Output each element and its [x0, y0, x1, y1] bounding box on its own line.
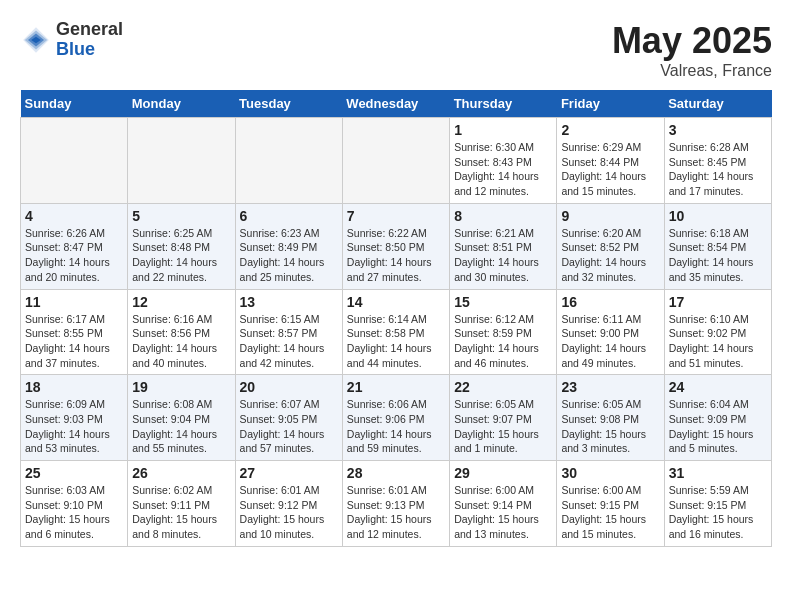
day-info: Sunrise: 6:07 AM Sunset: 9:05 PM Dayligh… — [240, 397, 338, 456]
calendar-cell: 22Sunrise: 6:05 AM Sunset: 9:07 PM Dayli… — [450, 375, 557, 461]
day-number: 21 — [347, 379, 445, 395]
day-number: 28 — [347, 465, 445, 481]
day-info: Sunrise: 6:03 AM Sunset: 9:10 PM Dayligh… — [25, 483, 123, 542]
calendar-cell: 30Sunrise: 6:00 AM Sunset: 9:15 PM Dayli… — [557, 461, 664, 547]
calendar-cell: 11Sunrise: 6:17 AM Sunset: 8:55 PM Dayli… — [21, 289, 128, 375]
day-number: 14 — [347, 294, 445, 310]
day-number: 2 — [561, 122, 659, 138]
calendar-cell: 20Sunrise: 6:07 AM Sunset: 9:05 PM Dayli… — [235, 375, 342, 461]
day-number: 11 — [25, 294, 123, 310]
header-thursday: Thursday — [450, 90, 557, 118]
day-info: Sunrise: 6:28 AM Sunset: 8:45 PM Dayligh… — [669, 140, 767, 199]
calendar-cell: 12Sunrise: 6:16 AM Sunset: 8:56 PM Dayli… — [128, 289, 235, 375]
calendar-cell: 6Sunrise: 6:23 AM Sunset: 8:49 PM Daylig… — [235, 203, 342, 289]
day-number: 24 — [669, 379, 767, 395]
calendar-cell: 9Sunrise: 6:20 AM Sunset: 8:52 PM Daylig… — [557, 203, 664, 289]
header-friday: Friday — [557, 90, 664, 118]
header-monday: Monday — [128, 90, 235, 118]
calendar-cell — [21, 118, 128, 204]
calendar-cell — [128, 118, 235, 204]
day-number: 4 — [25, 208, 123, 224]
day-number: 3 — [669, 122, 767, 138]
day-info: Sunrise: 6:12 AM Sunset: 8:59 PM Dayligh… — [454, 312, 552, 371]
day-number: 17 — [669, 294, 767, 310]
day-info: Sunrise: 6:01 AM Sunset: 9:13 PM Dayligh… — [347, 483, 445, 542]
day-info: Sunrise: 6:20 AM Sunset: 8:52 PM Dayligh… — [561, 226, 659, 285]
calendar-cell: 1Sunrise: 6:30 AM Sunset: 8:43 PM Daylig… — [450, 118, 557, 204]
calendar-cell — [342, 118, 449, 204]
week-row-1: 4Sunrise: 6:26 AM Sunset: 8:47 PM Daylig… — [21, 203, 772, 289]
day-info: Sunrise: 6:30 AM Sunset: 8:43 PM Dayligh… — [454, 140, 552, 199]
calendar-table: SundayMondayTuesdayWednesdayThursdayFrid… — [20, 90, 772, 547]
day-info: Sunrise: 6:21 AM Sunset: 8:51 PM Dayligh… — [454, 226, 552, 285]
header-tuesday: Tuesday — [235, 90, 342, 118]
day-number: 12 — [132, 294, 230, 310]
day-info: Sunrise: 6:08 AM Sunset: 9:04 PM Dayligh… — [132, 397, 230, 456]
header-saturday: Saturday — [664, 90, 771, 118]
calendar-cell: 7Sunrise: 6:22 AM Sunset: 8:50 PM Daylig… — [342, 203, 449, 289]
day-number: 26 — [132, 465, 230, 481]
day-number: 15 — [454, 294, 552, 310]
day-number: 9 — [561, 208, 659, 224]
day-number: 29 — [454, 465, 552, 481]
day-info: Sunrise: 6:09 AM Sunset: 9:03 PM Dayligh… — [25, 397, 123, 456]
day-number: 1 — [454, 122, 552, 138]
logo: General Blue — [20, 20, 123, 60]
day-number: 6 — [240, 208, 338, 224]
day-info: Sunrise: 5:59 AM Sunset: 9:15 PM Dayligh… — [669, 483, 767, 542]
logo-icon — [20, 24, 52, 56]
day-number: 8 — [454, 208, 552, 224]
calendar-cell: 29Sunrise: 6:00 AM Sunset: 9:14 PM Dayli… — [450, 461, 557, 547]
calendar-cell: 8Sunrise: 6:21 AM Sunset: 8:51 PM Daylig… — [450, 203, 557, 289]
calendar-cell: 2Sunrise: 6:29 AM Sunset: 8:44 PM Daylig… — [557, 118, 664, 204]
day-info: Sunrise: 6:14 AM Sunset: 8:58 PM Dayligh… — [347, 312, 445, 371]
calendar-cell: 31Sunrise: 5:59 AM Sunset: 9:15 PM Dayli… — [664, 461, 771, 547]
page-header: General Blue May 2025 Valreas, France — [20, 20, 772, 80]
calendar-cell: 25Sunrise: 6:03 AM Sunset: 9:10 PM Dayli… — [21, 461, 128, 547]
day-info: Sunrise: 6:10 AM Sunset: 9:02 PM Dayligh… — [669, 312, 767, 371]
calendar-cell: 23Sunrise: 6:05 AM Sunset: 9:08 PM Dayli… — [557, 375, 664, 461]
day-number: 22 — [454, 379, 552, 395]
logo-text: General Blue — [56, 20, 123, 60]
day-info: Sunrise: 6:05 AM Sunset: 9:08 PM Dayligh… — [561, 397, 659, 456]
day-number: 7 — [347, 208, 445, 224]
day-number: 18 — [25, 379, 123, 395]
day-info: Sunrise: 6:26 AM Sunset: 8:47 PM Dayligh… — [25, 226, 123, 285]
calendar-cell: 27Sunrise: 6:01 AM Sunset: 9:12 PM Dayli… — [235, 461, 342, 547]
title-block: May 2025 Valreas, France — [612, 20, 772, 80]
day-info: Sunrise: 6:00 AM Sunset: 9:14 PM Dayligh… — [454, 483, 552, 542]
calendar-cell: 16Sunrise: 6:11 AM Sunset: 9:00 PM Dayli… — [557, 289, 664, 375]
day-info: Sunrise: 6:02 AM Sunset: 9:11 PM Dayligh… — [132, 483, 230, 542]
calendar-cell: 14Sunrise: 6:14 AM Sunset: 8:58 PM Dayli… — [342, 289, 449, 375]
day-info: Sunrise: 6:17 AM Sunset: 8:55 PM Dayligh… — [25, 312, 123, 371]
day-info: Sunrise: 6:05 AM Sunset: 9:07 PM Dayligh… — [454, 397, 552, 456]
calendar-cell: 3Sunrise: 6:28 AM Sunset: 8:45 PM Daylig… — [664, 118, 771, 204]
week-row-0: 1Sunrise: 6:30 AM Sunset: 8:43 PM Daylig… — [21, 118, 772, 204]
calendar-cell: 26Sunrise: 6:02 AM Sunset: 9:11 PM Dayli… — [128, 461, 235, 547]
day-number: 19 — [132, 379, 230, 395]
week-row-2: 11Sunrise: 6:17 AM Sunset: 8:55 PM Dayli… — [21, 289, 772, 375]
day-info: Sunrise: 6:04 AM Sunset: 9:09 PM Dayligh… — [669, 397, 767, 456]
location-title: Valreas, France — [612, 62, 772, 80]
calendar-cell: 4Sunrise: 6:26 AM Sunset: 8:47 PM Daylig… — [21, 203, 128, 289]
day-info: Sunrise: 6:15 AM Sunset: 8:57 PM Dayligh… — [240, 312, 338, 371]
day-number: 23 — [561, 379, 659, 395]
calendar-cell: 24Sunrise: 6:04 AM Sunset: 9:09 PM Dayli… — [664, 375, 771, 461]
day-info: Sunrise: 6:00 AM Sunset: 9:15 PM Dayligh… — [561, 483, 659, 542]
day-number: 27 — [240, 465, 338, 481]
day-number: 5 — [132, 208, 230, 224]
header-wednesday: Wednesday — [342, 90, 449, 118]
day-number: 30 — [561, 465, 659, 481]
day-info: Sunrise: 6:01 AM Sunset: 9:12 PM Dayligh… — [240, 483, 338, 542]
day-number: 25 — [25, 465, 123, 481]
logo-general: General — [56, 20, 123, 40]
day-number: 31 — [669, 465, 767, 481]
day-info: Sunrise: 6:18 AM Sunset: 8:54 PM Dayligh… — [669, 226, 767, 285]
day-number: 16 — [561, 294, 659, 310]
day-info: Sunrise: 6:22 AM Sunset: 8:50 PM Dayligh… — [347, 226, 445, 285]
day-info: Sunrise: 6:11 AM Sunset: 9:00 PM Dayligh… — [561, 312, 659, 371]
calendar-cell: 28Sunrise: 6:01 AM Sunset: 9:13 PM Dayli… — [342, 461, 449, 547]
calendar-cell — [235, 118, 342, 204]
calendar-cell: 21Sunrise: 6:06 AM Sunset: 9:06 PM Dayli… — [342, 375, 449, 461]
month-year-title: May 2025 — [612, 20, 772, 62]
